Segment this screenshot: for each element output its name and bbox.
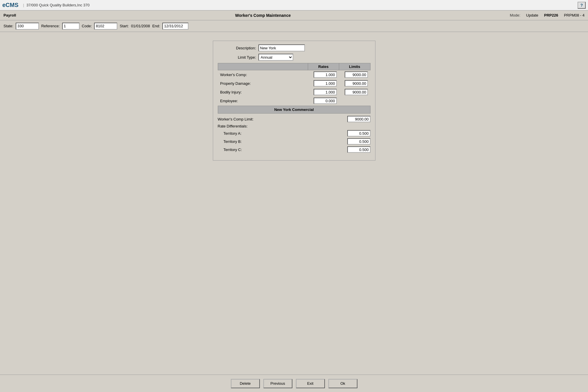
row-label-0: Worker's Comp: [218, 70, 308, 79]
limit-type-label: Limit Type: [218, 55, 258, 60]
menu-left: Payroll [3, 13, 16, 17]
screen-id: PRPM08 - 4 [564, 13, 585, 17]
limit-cell-0 [339, 70, 371, 79]
code-input[interactable] [94, 23, 117, 30]
territory-label-2: Territory C: [218, 148, 347, 152]
row-label-3: Employee: [218, 96, 308, 105]
table-row: Property Damage: [218, 79, 370, 88]
form-panel: Description: Limit Type: Annual Monthly … [213, 41, 375, 161]
territory-input-0[interactable] [347, 130, 371, 136]
territory-label-0: Territory A: [218, 131, 347, 136]
page-title: Worker's Comp Maintenance [235, 13, 291, 18]
end-label: End: [152, 24, 160, 28]
limit-cell-1 [339, 79, 371, 88]
title-bar: eCMS | 37/000 Quick Quality Builders,Inc… [0, 0, 588, 10]
main-area: Description: Limit Type: Annual Monthly … [0, 32, 588, 166]
rate-input-0[interactable] [314, 71, 337, 78]
empty-header [218, 63, 308, 70]
territory-row-0: Territory A: [218, 130, 371, 136]
payroll-menu[interactable]: Payroll [3, 13, 16, 17]
rate-cell-0 [308, 70, 339, 79]
code-label: Code: [82, 24, 92, 28]
rate-cell-1 [308, 79, 339, 88]
ok-button[interactable]: Ok [328, 379, 357, 388]
commercial-section: Worker's Comp Limit: Rate Differentials:… [218, 114, 371, 156]
mode-label: Mode: [510, 13, 520, 17]
territory-row-2: Territory C: [218, 146, 371, 153]
description-input[interactable] [258, 44, 305, 51]
menu-bar: Payroll Worker's Comp Maintenance Mode: … [0, 10, 588, 20]
description-row: Description: [218, 44, 371, 51]
rate-diff-label: Rate Differentials: [218, 124, 371, 128]
table-row: Worker's Comp: [218, 70, 370, 79]
limit-cell-3 [339, 96, 371, 105]
exit-button[interactable]: Exit [296, 379, 325, 388]
end-input[interactable] [162, 23, 188, 30]
rate-diff-row: Rate Differentials: [218, 124, 371, 128]
delete-button[interactable]: Delete [231, 379, 260, 388]
state-input[interactable] [16, 23, 39, 30]
limit-input-2[interactable] [345, 89, 368, 95]
limit-cell-2 [339, 88, 371, 96]
row-label-2: Bodily Injury: [218, 88, 308, 96]
rate-cell-3 [308, 96, 339, 105]
state-label: State: [3, 24, 13, 28]
title-divider: | [23, 3, 24, 7]
limit-input-1[interactable] [345, 80, 368, 87]
rate-input-3[interactable] [314, 98, 337, 104]
territory-input-1[interactable] [347, 138, 371, 145]
mode-value: Update [526, 13, 538, 17]
reference-input[interactable] [62, 23, 80, 30]
rates-table: Rates Limits Worker's Comp:Property Dama… [218, 63, 371, 105]
limit-input-0[interactable] [345, 71, 368, 78]
title-info: 37/000 Quick Quality Builders,Inc 370 [26, 3, 90, 7]
commercial-header: New York Commercial [218, 106, 371, 114]
rates-header: Rates [308, 63, 339, 70]
territory-label-1: Territory B: [218, 139, 347, 144]
limit-type-select[interactable]: Annual Monthly Weekly [258, 54, 293, 61]
reference-label: Reference: [41, 24, 60, 28]
rate-input-1[interactable] [314, 80, 337, 87]
wc-limit-row: Worker's Comp Limit: [218, 116, 371, 122]
territory-row-1: Territory B: [218, 138, 371, 145]
limit-type-row: Limit Type: Annual Monthly Weekly [218, 54, 371, 61]
wc-limit-label: Worker's Comp Limit: [218, 117, 347, 121]
description-label: Description: [218, 46, 258, 50]
wc-limit-input[interactable] [347, 116, 371, 122]
start-value: 01/01/2008 [131, 24, 150, 28]
screen-code: PRP226 [544, 13, 558, 17]
footer: Delete Previous Exit Ok [0, 375, 588, 392]
help-button[interactable]: ? [578, 2, 586, 9]
territory-input-2[interactable] [347, 146, 371, 153]
start-label: Start: [120, 24, 129, 28]
rate-cell-2 [308, 88, 339, 96]
rate-input-2[interactable] [314, 89, 337, 95]
ecms-logo: eCMS [2, 2, 19, 8]
menu-right: Mode: Update PRP226 PRPM08 - 4 [510, 13, 585, 17]
previous-button[interactable]: Previous [263, 379, 292, 388]
field-bar: State: Reference: Code: Start: 01/01/200… [0, 20, 588, 32]
table-row: Bodily Injury: [218, 88, 370, 96]
limits-header: Limits [339, 63, 371, 70]
row-label-1: Property Damage: [218, 79, 308, 88]
table-row: Employee: [218, 96, 370, 105]
